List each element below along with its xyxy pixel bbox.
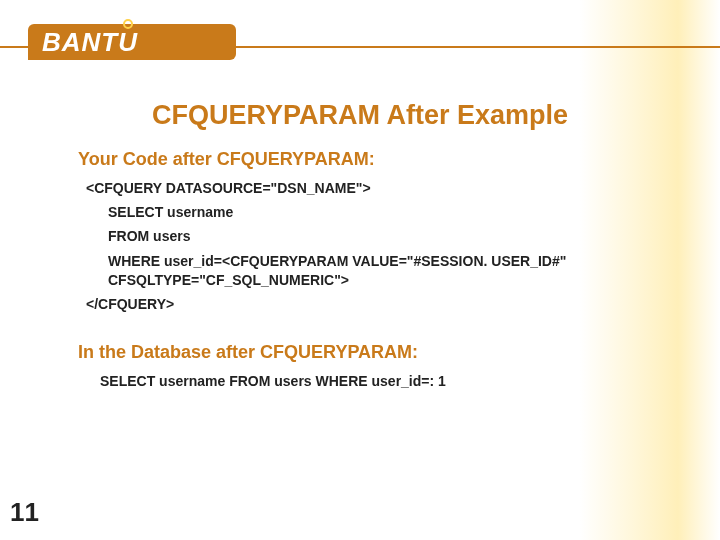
section1-heading: Your Code after CFQUERYPARAM: [78,149,660,170]
code-where: WHERE user_id=<CFQUERYPARAM VALUE="#SESS… [108,252,660,290]
header: BANTU [0,0,720,60]
code-cfquery-close: </CFQUERY> [86,296,660,312]
logo-text: BANTU [42,29,138,55]
page-number: 11 [10,497,39,528]
content: Your Code after CFQUERYPARAM: <CFQUERY D… [0,149,720,389]
slide-title: CFQUERYPARAM After Example [0,100,720,131]
code-from: FROM users [108,228,660,244]
code-where-line2: CFSQLTYPE="CF_SQL_NUMERIC"> [108,272,349,288]
logo-text-part2: U [118,27,138,57]
logo-dot-icon [123,19,133,29]
logo-text-part1: BANT [42,29,118,55]
code-cfquery-open: <CFQUERY DATASOURCE="DSN_NAME"> [86,180,660,196]
logo: BANTU [28,24,236,60]
code-where-line1: WHERE user_id=<CFQUERYPARAM VALUE="#SESS… [108,253,566,269]
code-db-result: SELECT username FROM users WHERE user_id… [100,373,660,389]
code-select: SELECT username [108,204,660,220]
section2-heading: In the Database after CFQUERYPARAM: [78,342,660,363]
